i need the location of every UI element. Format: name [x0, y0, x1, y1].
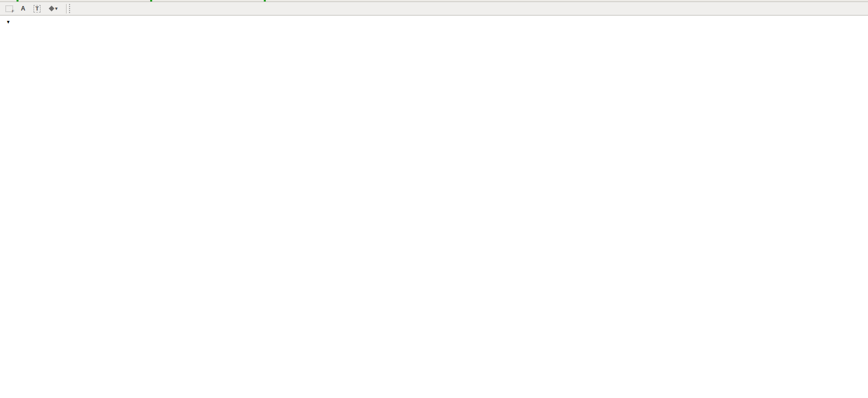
toolbar-grip[interactable]	[69, 4, 72, 13]
diamond-icon	[49, 6, 55, 11]
drawing-and-timeframe-toolbar: F A T ▾	[0, 2, 868, 16]
chart-menu-icon[interactable]: ▼	[6, 20, 11, 25]
font-label-icon[interactable]: A	[16, 3, 30, 15]
mt4-window: F A T ▾ ▼	[0, 0, 868, 398]
dropdown-caret-icon: ▾	[55, 6, 58, 11]
shapes-icon[interactable]: ▾	[44, 3, 63, 15]
status-dot	[150, 0, 152, 2]
toolbar-separator	[66, 4, 67, 14]
text-tool-icon[interactable]: T	[30, 3, 44, 15]
status-dot	[264, 0, 266, 2]
chart-symbol-label: ▼	[6, 19, 14, 26]
status-dot	[17, 0, 19, 2]
grid-f-icon[interactable]: F	[2, 3, 16, 15]
chart-canvas[interactable]	[0, 16, 868, 398]
chart-area: ▼	[0, 16, 868, 398]
